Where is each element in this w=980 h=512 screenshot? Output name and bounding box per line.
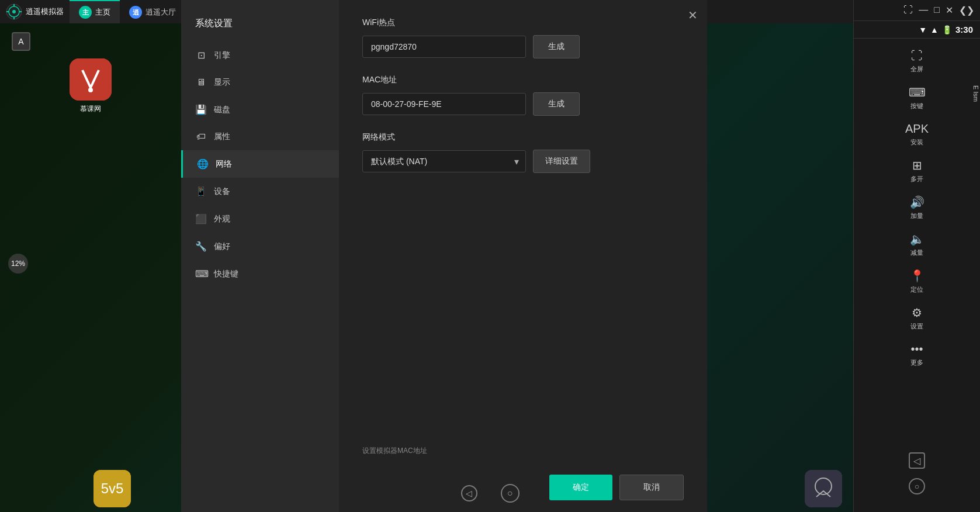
wifi-row: 生成 xyxy=(362,35,684,58)
close-window-icon[interactable]: ✕ xyxy=(946,5,953,16)
badge-12: 12% xyxy=(8,254,28,274)
sidebar-item-engine-label: 引擎 xyxy=(214,50,230,61)
rt-tool-volume-down[interactable]: 🔈 减量 xyxy=(854,226,980,263)
more-icon: ••• xyxy=(910,343,923,356)
multi-tool-label: 多开 xyxy=(910,175,923,184)
disk-icon: 💾 xyxy=(195,104,207,115)
more-label: 更多 xyxy=(910,358,923,367)
fullscreen-tool-icon: ⛶ xyxy=(911,49,923,63)
mukewang-label: 慕课网 xyxy=(80,104,101,114)
android-back-btn[interactable]: ◁ xyxy=(461,485,477,501)
volume-up-icon: 🔊 xyxy=(910,195,924,209)
android-home-btn[interactable]: ○ xyxy=(501,484,520,503)
sidebar-item-appearance[interactable]: ⬛ 外观 xyxy=(181,205,339,233)
wifi-generate-button[interactable]: 生成 xyxy=(533,35,580,58)
svg-rect-11 xyxy=(805,470,842,507)
rt-tool-location[interactable]: 📍 定位 xyxy=(854,263,980,300)
nav-back-button[interactable]: ◁ xyxy=(909,452,925,469)
sidebar-item-device[interactable]: 📱 设备 xyxy=(181,178,339,205)
close-button[interactable]: ✕ xyxy=(688,8,698,22)
collapse-icon[interactable]: ❮❯ xyxy=(959,5,974,16)
keyboard-tool-icon: ⌨ xyxy=(909,85,926,99)
window-controls: ⛶ — □ ✕ ❮❯ xyxy=(903,5,974,16)
preferences-icon: 🔧 xyxy=(195,241,207,252)
wifi-label: WiFi热点 xyxy=(362,18,684,28)
network-mode-section: 网络模式 默认模式 (NAT) 桥接模式 仅主机 ▾ 详细设置 xyxy=(362,132,684,173)
detail-settings-button[interactable]: 详细设置 xyxy=(533,150,590,173)
game1-icon: 5v5 xyxy=(94,470,131,507)
svg-rect-7 xyxy=(70,58,112,101)
svg-text:5v5: 5v5 xyxy=(101,480,124,496)
e-ism-label: E Ism xyxy=(950,70,980,117)
rt-tool-multi[interactable]: ⊞ 多开 xyxy=(854,153,980,189)
sidebar-item-engine[interactable]: ⊡ 引擎 xyxy=(181,41,339,69)
confirm-button[interactable]: 确定 xyxy=(549,475,612,500)
sidebar-item-disk[interactable]: 💾 磁盘 xyxy=(181,96,339,123)
settings-gear-icon: ⚙ xyxy=(912,306,922,320)
logo-icon xyxy=(6,4,22,20)
device-icon: 📱 xyxy=(195,186,207,197)
engine-icon: ⊡ xyxy=(195,50,207,61)
mukewang-icon-img xyxy=(70,58,112,101)
sidebar-item-preferences[interactable]: 🔧 偏好 xyxy=(181,233,339,260)
sidebar-title: 系统设置 xyxy=(181,12,339,41)
tab-hall1[interactable]: 逍 逍遥大厅 xyxy=(120,0,185,23)
volume-down-label: 减量 xyxy=(910,248,923,257)
bottom-app-thumb-2[interactable] xyxy=(805,470,842,507)
bottom-app-thumb-1[interactable]: 5v5 xyxy=(94,470,131,507)
sidebar-item-display[interactable]: 🖥 显示 xyxy=(181,69,339,96)
nav-home-button[interactable]: ○ xyxy=(909,478,925,494)
network-mode-select-wrapper: 默认模式 (NAT) 桥接模式 仅主机 ▾ xyxy=(362,150,526,172)
fullscreen-tool-label: 全屏 xyxy=(910,65,923,74)
fullscreen-icon[interactable]: ⛶ xyxy=(903,5,913,16)
volume-down-icon: 🔈 xyxy=(910,232,924,246)
battery-icon: 🔋 xyxy=(942,25,952,34)
footer-buttons: 确定 取消 xyxy=(362,475,684,500)
sidebar-item-display-label: 显示 xyxy=(214,77,230,88)
sidebar-item-device-label: 设备 xyxy=(214,186,230,197)
mac-input[interactable] xyxy=(362,93,526,115)
rt-tool-settings[interactable]: ⚙ 设置 xyxy=(854,300,980,337)
rt-bottom-nav: ◁ ○ xyxy=(909,452,925,494)
mac-section: MAC地址 生成 xyxy=(362,75,684,116)
svg-point-2 xyxy=(12,10,16,13)
app-logo: 逍遥模拟器 xyxy=(0,4,70,20)
sidebar-item-shortcuts-label: 快捷键 xyxy=(214,269,238,279)
restore-icon[interactable]: □ xyxy=(934,5,940,16)
svg-point-8 xyxy=(88,88,93,92)
location-icon: 📍 xyxy=(910,269,924,283)
bottom-right-apps xyxy=(805,465,851,512)
cancel-button[interactable]: 取消 xyxy=(619,475,684,500)
bottom-left-apps: 5v5 xyxy=(94,465,175,512)
sidebar-item-properties[interactable]: 🏷 属性 xyxy=(181,123,339,150)
rt-tool-more[interactable]: ••• 更多 xyxy=(854,337,980,373)
sidebar-item-shortcuts[interactable]: ⌨ 快捷键 xyxy=(181,260,339,288)
wifi-input[interactable] xyxy=(362,36,526,58)
rt-tool-volume-up[interactable]: 🔊 加量 xyxy=(854,189,980,226)
volume-up-label: 加量 xyxy=(910,212,923,220)
multi-tool-icon: ⊞ xyxy=(912,158,922,172)
sidebar-item-preferences-label: 偏好 xyxy=(214,241,230,252)
sidebar-item-disk-label: 磁盘 xyxy=(214,105,230,115)
apk-tool-icon: APK xyxy=(905,122,929,136)
rt-top: ⛶ — □ ✕ ❮❯ xyxy=(854,0,980,21)
mukewang-svg xyxy=(70,58,112,101)
app-icon-mukewang[interactable]: 慕课网 xyxy=(70,58,112,114)
sidebar-item-network[interactable]: 🌐 网络 xyxy=(181,150,339,178)
network-mode-label: 网络模式 xyxy=(362,132,684,143)
settings-content: ✕ WiFi热点 生成 MAC地址 生成 网络模式 默认模式 (NAT) xyxy=(339,0,707,512)
rt-tool-apk[interactable]: APK 安装 xyxy=(854,116,980,153)
minimize-icon[interactable]: — xyxy=(919,5,928,16)
network-icon: 🌐 xyxy=(197,158,209,169)
sidebar-item-network-label: 网络 xyxy=(216,159,232,169)
network-mode-row: 默认模式 (NAT) 桥接模式 仅主机 ▾ 详细设置 xyxy=(362,150,684,173)
tab-home[interactable]: 主 主页 xyxy=(70,0,120,23)
status-time: 3:30 xyxy=(955,25,973,34)
network-mode-select[interactable]: 默认模式 (NAT) 桥接模式 仅主机 xyxy=(362,150,526,172)
footer-hint-wrapper: 设置模拟器MAC地址 xyxy=(362,446,427,465)
display-icon: 🖥 xyxy=(195,77,207,88)
shortcuts-icon: ⌨ xyxy=(195,268,207,279)
mac-generate-button[interactable]: 生成 xyxy=(533,92,580,116)
appearance-icon: ⬛ xyxy=(195,213,207,224)
keyboard-tool-label: 按键 xyxy=(910,102,923,110)
